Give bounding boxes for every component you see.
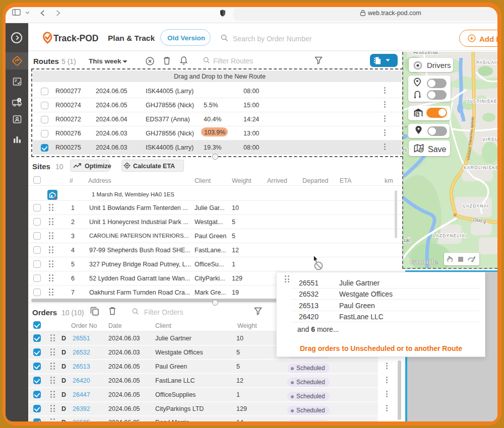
svg-text:LAZDYNAI: LAZDYNAI bbox=[463, 203, 489, 208]
svg-text:KAROLINIŠKĖS: KAROLINIŠKĖS bbox=[464, 165, 497, 170]
svg-text:ės: ės bbox=[403, 147, 407, 153]
svg-text:VIRŠULIŠ: VIRŠULIŠ bbox=[482, 137, 497, 142]
svg-text:P: P bbox=[405, 125, 407, 129]
svg-text:Antežeriai: Antežeriai bbox=[413, 52, 438, 55]
svg-text:LAZDYNĖLIAI: LAZDYNĖLIAI bbox=[433, 233, 467, 238]
svg-text:nai: nai bbox=[403, 237, 410, 244]
svg-text:JUSTINIŠKĖS: JUSTINIŠKĖS bbox=[467, 99, 497, 104]
svg-text:PAŠILAIČI: PAŠILAIČI bbox=[476, 60, 497, 65]
svg-text:Google: Google bbox=[410, 257, 438, 266]
